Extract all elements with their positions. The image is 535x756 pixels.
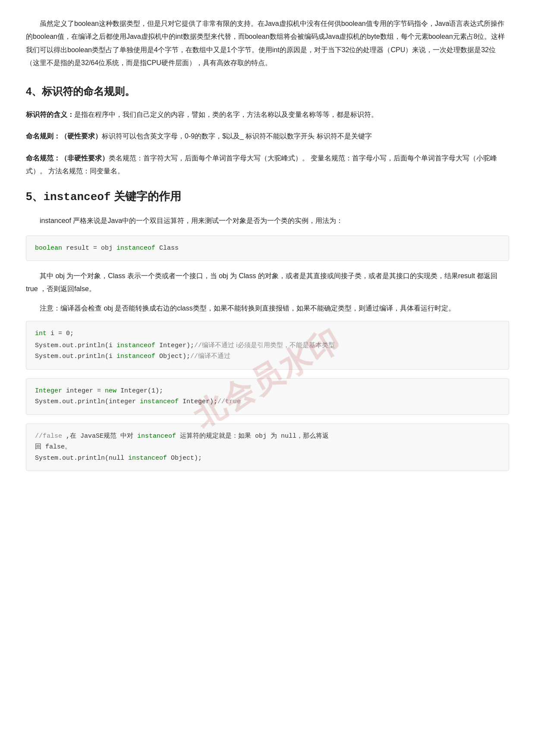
- code2-line2-mid: Integer);: [155, 342, 194, 349]
- def1-line: 标识符的含义：是指在程序中，我们自己定义的内容，譬如，类的名字，方法名称以及变量…: [26, 108, 509, 121]
- section5-desc: instanceof 严格来说是Java中的一个双目运算符，用来测试一个对象是否…: [26, 214, 509, 227]
- code4-line2-mid: Object);: [167, 455, 202, 462]
- code3-line2-kw: instanceof: [140, 398, 179, 405]
- def2-text: 标识符可以包含英文字母，0-9的数字，$以及_ 标识符不能以数字开头 标识符不是…: [102, 132, 372, 140]
- code2-line1: int i = 0;: [35, 328, 500, 339]
- code2-line3-kw: instanceof: [116, 353, 155, 360]
- code1-rest: result = obj: [62, 245, 116, 252]
- code2-line2-plain: System.out.println(i: [35, 342, 116, 349]
- code1-kw-instanceof: instanceof: [116, 245, 155, 252]
- code2-line2-cn: i必须是引用类型，不能是基本类型: [234, 341, 335, 348]
- code3-line1-cls: Integer(1);: [116, 387, 163, 395]
- code1-kw-boolean: boolean: [35, 245, 62, 252]
- code4-text: 运算符的规定就是：如果 obj 为 null，那么将返: [176, 433, 329, 440]
- code4-line1: //false ,在 JavaSE规范 中对 instanceof 运算符的规定…: [35, 431, 500, 442]
- code4-kw-instanceof2: instanceof: [128, 455, 167, 462]
- def1-bold: 标识符的含义：: [26, 111, 74, 118]
- def2-line: 命名规则：（硬性要求）标识符可以包含英文字母，0-9的数字，$以及_ 标识符不能…: [26, 130, 509, 143]
- code2-line2: System.out.println(i instanceof Integer)…: [35, 339, 500, 351]
- code-block-1: boolean result = obj instanceof Class: [26, 235, 509, 261]
- code-block-3: Integer integer = new Integer(1); System…: [26, 378, 509, 415]
- code3-line1: Integer integer = new Integer(1);: [35, 386, 500, 397]
- def2-bold: 命名规则：（硬性要求）: [26, 132, 102, 140]
- code1-end: Class: [155, 245, 179, 252]
- code2-line2-kw: instanceof: [116, 342, 155, 349]
- code3-line2-mid: Integer);: [179, 398, 217, 405]
- code4-spaces: ,在 JavaSE规范 中对: [62, 433, 137, 440]
- code4-comment1: //false: [35, 433, 62, 440]
- section5-heading-suffix: 关键字的作用: [111, 190, 181, 203]
- section5-heading-en: instanceof: [43, 191, 110, 204]
- section5-heading: 5、instanceof 关键字的作用: [26, 186, 509, 207]
- code2-line3-comment: //编译不通过: [190, 353, 230, 360]
- code-block-4: //false ,在 JavaSE规范 中对 instanceof 运算符的规定…: [26, 423, 509, 471]
- section4-def1: 标识符的含义：是指在程序中，我们自己定义的内容，譬如，类的名字，方法名称以及变量…: [26, 108, 509, 121]
- note1: 其中 obj 为一个对象，Class 表示一个类或者一个接口，当 obj 为 C…: [26, 270, 509, 296]
- def3-line: 命名规范：（非硬性要求）类名规范：首字符大写，后面每个单词首字母大写（大驼峰式）…: [26, 152, 509, 178]
- code4-line2-plain: System.out.println(null: [35, 455, 128, 462]
- code2-line3-mid: Object);: [155, 353, 190, 360]
- code4-line2: System.out.println(null instanceof Objec…: [35, 453, 500, 464]
- code2-line1-rest: i = 0;: [47, 330, 74, 337]
- section4-def2: 命名规则：（硬性要求）标识符可以包含英文字母，0-9的数字，$以及_ 标识符不能…: [26, 130, 509, 143]
- code3-line2-comment: //true: [217, 398, 241, 405]
- def1-text: 是指在程序中，我们自己定义的内容，譬如，类的名字，方法名称以及变量名称等等，都是…: [74, 111, 378, 118]
- code4-line1b: 回 false。: [35, 442, 500, 453]
- code3-line1-rest: integer =: [62, 387, 105, 395]
- code4-return-text: 回 false。: [35, 443, 71, 451]
- code2-line3-plain: System.out.println(i: [35, 353, 116, 360]
- code4-kw-instanceof: instanceof: [137, 433, 176, 440]
- intro-paragraph: 虽然定义了boolean这种数据类型，但是只对它提供了非常有限的支持。在Java…: [26, 17, 509, 70]
- note2: 注意：编译器会检查 obj 是否能转换成右边的class类型，如果不能转换则直接…: [26, 302, 509, 315]
- section4-heading: 4、标识符的命名规则。: [26, 82, 509, 100]
- section4-def3: 命名规范：（非硬性要求）类名规范：首字符大写，后面每个单词首字母大写（大驼峰式）…: [26, 152, 509, 178]
- code3-kw-integer: Integer: [35, 387, 62, 395]
- code3-line2: System.out.println(integer instanceof In…: [35, 396, 500, 408]
- def3-bold: 命名规范：（非硬性要求）: [26, 154, 109, 162]
- code3-kw-new: new: [105, 387, 116, 395]
- code3-line2-plain: System.out.println(integer: [35, 398, 140, 405]
- code2-line3: System.out.println(i instanceof Object);…: [35, 351, 500, 362]
- code-block-2: int i = 0; System.out.println(i instance…: [26, 321, 509, 370]
- section5-heading-prefix: 5、: [26, 190, 43, 203]
- code2-kw-int: int: [35, 330, 47, 337]
- code2-line2-comment: //编译不通过: [194, 342, 234, 349]
